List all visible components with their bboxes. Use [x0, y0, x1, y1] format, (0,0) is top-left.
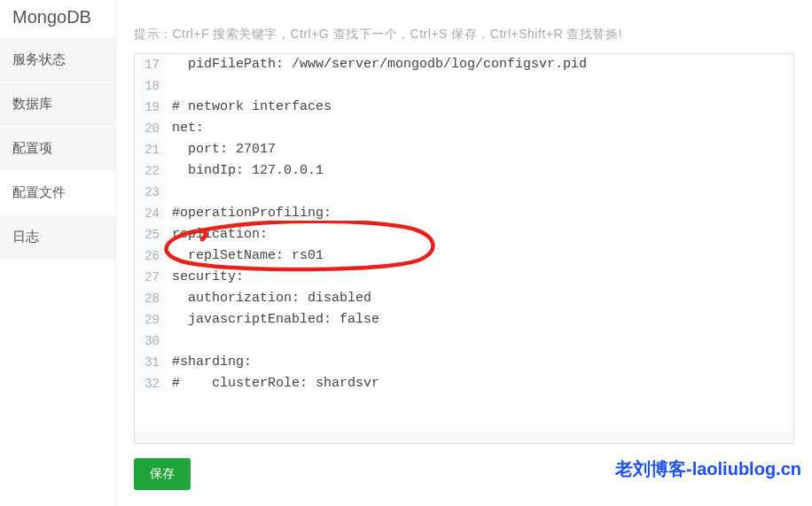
code-line[interactable]: 17 pidFilePath: /www/server/mongodb/log/…: [135, 54, 793, 75]
watermark: 老刘博客-laoliublog.cn: [615, 457, 801, 481]
line-content[interactable]: javascriptEnabled: false: [167, 309, 793, 331]
sidebar-item-label: 数据库: [12, 96, 52, 113]
sidebar-item-4[interactable]: 日志: [0, 215, 115, 260]
code-line[interactable]: 30: [135, 331, 793, 352]
sidebar-item-3[interactable]: 配置文件: [0, 171, 115, 215]
sidebar-item-label: 服务状态: [12, 51, 66, 68]
main-panel: 提示：Ctrl+F 搜索关键字，Ctrl+G 查找下一个，Ctrl+S 保存，C…: [115, 0, 812, 506]
line-number: 18: [135, 75, 167, 97]
line-content[interactable]: port: 27017: [167, 139, 793, 160]
code-line[interactable]: 22 bindIp: 127.0.0.1: [135, 160, 793, 182]
sidebar: MongoDB 服务状态数据库配置项配置文件日志: [0, 0, 115, 506]
line-content[interactable]: replSetName: rs01: [167, 245, 793, 267]
line-number: 29: [135, 309, 167, 331]
line-content[interactable]: [167, 331, 793, 352]
code-line[interactable]: 25replication:: [135, 224, 793, 245]
sidebar-item-label: 配置文件: [12, 184, 66, 201]
line-content[interactable]: security:: [167, 267, 793, 288]
code-line[interactable]: 18: [135, 75, 793, 97]
line-number: 22: [135, 160, 167, 182]
code-line[interactable]: 21 port: 27017: [135, 139, 793, 160]
code-line[interactable]: 26 replSetName: rs01: [135, 245, 793, 267]
code-editor[interactable]: 17 pidFilePath: /www/server/mongodb/log/…: [134, 53, 794, 444]
sidebar-item-0[interactable]: 服务状态: [0, 38, 115, 82]
line-number: 26: [135, 245, 167, 267]
line-content[interactable]: replication:: [167, 224, 793, 245]
line-content[interactable]: [167, 182, 793, 203]
code-line[interactable]: 24#operationProfiling:: [135, 203, 793, 224]
line-content[interactable]: pidFilePath: /www/server/mongodb/log/con…: [167, 54, 793, 75]
line-content[interactable]: bindIp: 127.0.0.1: [167, 160, 793, 182]
code-line[interactable]: 20net:: [135, 118, 793, 139]
line-number: 23: [135, 182, 167, 203]
line-number: 24: [135, 203, 167, 224]
line-content[interactable]: # clusterRole: shardsvr: [167, 373, 793, 394]
horizontal-scrollbar[interactable]: [135, 431, 793, 443]
line-content[interactable]: #sharding:: [167, 352, 793, 373]
line-content[interactable]: authorization: disabled: [167, 288, 793, 309]
line-content[interactable]: # network interfaces: [167, 97, 793, 118]
sidebar-item-label: 日志: [12, 229, 39, 245]
save-button[interactable]: 保存: [134, 458, 191, 490]
line-content[interactable]: net:: [167, 118, 793, 139]
line-number: 21: [135, 139, 167, 160]
sidebar-item-1[interactable]: 数据库: [0, 82, 115, 127]
line-number: 19: [135, 97, 167, 118]
line-content[interactable]: [167, 75, 793, 97]
code-line[interactable]: 23: [135, 182, 793, 203]
line-number: 31: [135, 352, 167, 373]
hint-bar: 提示：Ctrl+F 搜索关键字，Ctrl+G 查找下一个，Ctrl+S 保存，C…: [134, 9, 794, 53]
line-content[interactable]: #operationProfiling:: [167, 203, 793, 224]
line-number: 25: [135, 224, 167, 245]
line-number: 20: [135, 118, 167, 139]
sidebar-item-2[interactable]: 配置项: [0, 127, 115, 171]
line-number: 27: [135, 267, 167, 288]
code-line[interactable]: 31#sharding:: [135, 352, 793, 373]
code-line[interactable]: 19# network interfaces: [135, 97, 793, 118]
line-number: 17: [135, 54, 167, 75]
line-number: 32: [135, 373, 167, 394]
line-number: 28: [135, 288, 167, 309]
code-line[interactable]: 28 authorization: disabled: [135, 288, 793, 309]
code-line[interactable]: 32# clusterRole: shardsvr: [135, 373, 793, 394]
code-line[interactable]: 27security:: [135, 267, 793, 288]
line-number: 30: [135, 331, 167, 352]
app-title: MongoDB: [0, 0, 115, 38]
sidebar-item-label: 配置项: [12, 140, 52, 157]
code-line[interactable]: 29 javascriptEnabled: false: [135, 309, 793, 331]
